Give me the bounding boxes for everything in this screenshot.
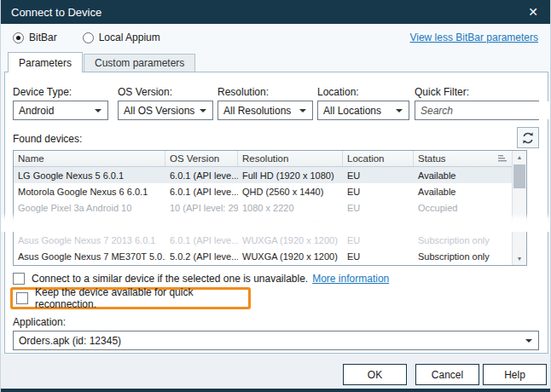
quick-filter-label: Quick Filter: [415, 86, 469, 98]
os-version-value: All OS Versions [124, 105, 194, 117]
cell-location: EU [343, 248, 414, 264]
connect-to-device-dialog: Connect to Device ✕ BitBar Local Appium … [0, 0, 551, 392]
cell-name: Asus Google Nexus 7 ME370T 5.0.2 [14, 248, 165, 264]
radio-bitbar[interactable]: BitBar [13, 32, 57, 43]
more-information-link[interactable]: More information [312, 273, 389, 285]
device-table: Name OS Version Resolution Location Stat… [13, 150, 527, 266]
dialog-title: Connect to Device [11, 6, 102, 19]
chevron-down-icon [200, 109, 206, 112]
refresh-button[interactable] [517, 127, 539, 148]
screenshot-tear-gap [0, 213, 551, 232]
column-header-resolution[interactable]: Resolution [238, 151, 343, 166]
cell-status: Available [414, 183, 513, 199]
cell-name: Motorola Google Nexus 6 6.0.1 [14, 183, 165, 199]
similar-device-label: Connect to a similar device if the selec… [32, 273, 308, 285]
chevron-down-icon [95, 109, 102, 112]
search-input[interactable] [415, 101, 551, 119]
refresh-icon [521, 131, 535, 145]
highlight-annotation: Keep the device available for quick reco… [10, 287, 251, 309]
table-row[interactable]: Asus Google Nexus 7 2013 6.0.1 6.0.1 (AP… [14, 232, 526, 248]
cell-os: 6.0.1 (API leve... [165, 167, 238, 183]
column-header-location[interactable]: Location [343, 151, 414, 166]
scrollbar-thumb[interactable] [513, 164, 525, 188]
cell-location: EU [343, 183, 414, 199]
cell-location: EU [343, 232, 414, 248]
view-bitbar-parameters-link[interactable]: View less BitBar parameters [409, 32, 538, 43]
cell-resolution: WUXGA (1920 x 1200) [238, 248, 343, 264]
title-bar: Connect to Device ✕ [0, 0, 551, 24]
chevron-down-icon [525, 339, 532, 343]
radio-local-appium-label: Local Appium [99, 32, 160, 43]
chevron-down-icon [396, 109, 403, 112]
application-select[interactable]: Orders.apk (id: 12345) [13, 331, 539, 350]
close-icon[interactable]: ✕ [525, 4, 542, 20]
cell-location: EU [343, 167, 414, 183]
device-type-select[interactable]: Android [13, 101, 108, 120]
similar-device-checkbox[interactable] [13, 273, 25, 285]
cell-status: Subscription only [414, 248, 513, 264]
table-row[interactable]: LG Google Nexus 5 6.0.1 6.0.1 (API leve.… [14, 167, 526, 183]
resolution-select[interactable]: All Resolutions [218, 101, 313, 120]
quick-reconnect-checkbox[interactable] [16, 292, 28, 304]
dialog-bottom-border [0, 389, 551, 392]
os-version-select[interactable]: All OS Versions [118, 101, 213, 120]
device-type-label: Device Type: [13, 86, 72, 98]
location-value: All Locations [323, 105, 381, 117]
resolution-label: Resolution: [218, 86, 269, 98]
table-row[interactable]: Asus Google Nexus 7 ME370T 5.0.2 5.0.2 (… [14, 248, 526, 264]
cell-resolution: QHD (2560 x 1440) [238, 183, 343, 199]
application-value: Orders.apk (id: 12345) [19, 335, 121, 347]
provider-selector: BitBar Local Appium View less BitBar par… [1, 24, 550, 51]
column-header-os-version[interactable]: OS Version [165, 151, 238, 166]
cell-os: 6.0.1 (API leve... [165, 183, 238, 199]
help-button[interactable]: Help [483, 364, 547, 385]
cell-resolution: WUXGA (1920 x 1200) [238, 232, 343, 248]
sort-icon[interactable] [497, 154, 508, 164]
scroll-down-icon[interactable]: ▼ [513, 252, 526, 265]
radio-bitbar-icon[interactable] [13, 32, 24, 43]
cancel-button[interactable]: Cancel [415, 364, 479, 385]
similar-device-option: Connect to a similar device if the selec… [13, 271, 389, 285]
quick-reconnect-label: Keep the device available for quick reco… [35, 286, 248, 310]
radio-local-appium-icon[interactable] [83, 32, 94, 43]
chevron-down-icon [299, 109, 306, 112]
device-type-value: Android [19, 105, 54, 117]
cell-os: 6.0.1 (API leve... [165, 232, 238, 248]
tab-parameters[interactable]: Parameters [8, 52, 83, 72]
resolution-value: All Resolutions [223, 105, 291, 117]
cell-status: Subscription only [414, 232, 513, 248]
cell-status: Available [414, 167, 513, 183]
column-header-name[interactable]: Name [14, 151, 165, 166]
quick-filter-box [415, 101, 539, 120]
radio-bitbar-label: BitBar [29, 32, 57, 43]
table-row[interactable]: Motorola Google Nexus 6 6.0.1 6.0.1 (API… [14, 183, 526, 199]
ok-button[interactable]: OK [343, 364, 407, 385]
table-scrollbar[interactable]: ▲ ▼ [512, 151, 526, 265]
location-select[interactable]: All Locations [317, 101, 409, 120]
cell-os: 5.0.2 (API leve... [165, 248, 238, 264]
radio-local-appium[interactable]: Local Appium [83, 32, 160, 43]
os-version-label: OS Version: [118, 86, 172, 98]
cell-name: LG Google Nexus 5 6.0.1 [14, 167, 165, 183]
cell-resolution: Full HD (1920 x 1080) [238, 167, 343, 183]
cell-name: Asus Google Nexus 7 2013 6.0.1 [14, 232, 165, 248]
tab-custom-parameters[interactable]: Custom parameters [84, 54, 195, 72]
quick-reconnect-option: Keep the device available for quick reco… [13, 290, 248, 307]
application-label: Application: [13, 316, 66, 328]
device-table-header: Name OS Version Resolution Location Stat… [14, 151, 526, 167]
found-devices-label: Found devices: [13, 133, 82, 145]
scroll-up-icon[interactable]: ▲ [513, 151, 526, 164]
location-label: Location: [317, 86, 359, 98]
